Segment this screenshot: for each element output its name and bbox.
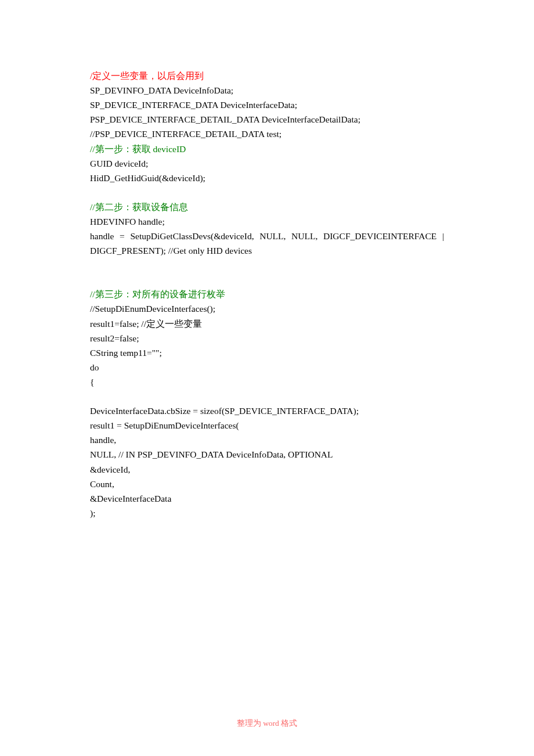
code-line: &DeviceInterfaceData	[90, 491, 444, 506]
code-line: handle,	[90, 433, 444, 447]
code-line: SP_DEVINFO_DATA DeviceInfoData;	[90, 83, 444, 98]
code-line: Count,	[90, 477, 444, 491]
blank-line	[90, 272, 444, 287]
code-line: result2=false;	[90, 331, 444, 345]
code-line: /定义一些变量，以后会用到	[90, 69, 444, 83]
code-line: //SetupDiEnumDeviceInterfaces();	[90, 301, 444, 316]
code-line: &deviceId,	[90, 462, 444, 477]
code-line: result1=false; //定义一些变量	[90, 316, 444, 331]
code-line: HDEVINFO handle;	[90, 214, 444, 229]
code-line: DIGCF_PRESENT); //Get only HID devices	[90, 243, 444, 258]
code-line: );	[90, 506, 444, 520]
code-line: do	[90, 360, 444, 375]
code-line: //第二步：获取设备信息	[90, 200, 444, 214]
code-line: PSP_DEVICE_INTERFACE_DETAIL_DATA DeviceI…	[90, 112, 444, 127]
blank-line	[90, 185, 444, 200]
blank-line	[90, 258, 444, 272]
code-line: result1 = SetupDiEnumDeviceInterfaces(	[90, 418, 444, 433]
code-line: //第一步：获取 deviceID	[90, 142, 444, 156]
code-line: DeviceInterfaceData.cbSize = sizeof(SP_D…	[90, 404, 444, 418]
document-page: /定义一些变量，以后会用到SP_DEVINFO_DATA DeviceInfoD…	[0, 0, 534, 520]
code-line: //第三步：对所有的设备进行枚举	[90, 287, 444, 301]
code-line: CString temp11="";	[90, 345, 444, 360]
code-line: HidD_GetHidGuid(&deviceId);	[90, 171, 444, 185]
code-line: GUID deviceId;	[90, 156, 444, 171]
blank-line	[90, 389, 444, 404]
page-footer: 整理为 word 格式	[0, 718, 534, 729]
code-line: NULL, // IN PSP_DEVINFO_DATA DeviceInfoD…	[90, 447, 444, 462]
code-line: {	[90, 375, 444, 389]
code-line: handle = SetupDiGetClassDevs(&deviceId, …	[90, 229, 444, 243]
code-line: //PSP_DEVICE_INTERFACE_DETAIL_DATA test;	[90, 127, 444, 141]
code-line: SP_DEVICE_INTERFACE_DATA DeviceInterface…	[90, 98, 444, 112]
